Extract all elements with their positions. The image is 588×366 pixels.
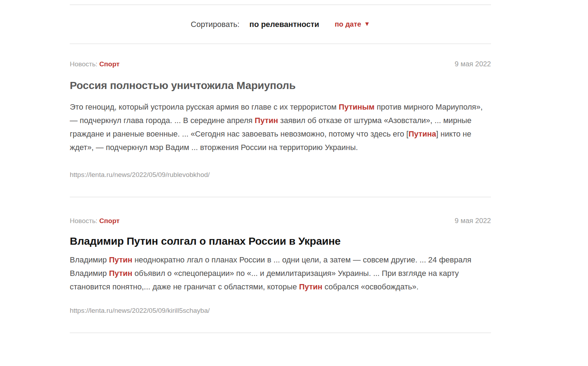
snippet-highlight: Путин	[109, 269, 132, 278]
sort-label: Сортировать:	[191, 20, 240, 29]
result-type-label: Новость:	[70, 60, 97, 68]
sort-bar: Сортировать: по релевантности по дате▼	[70, 5, 491, 44]
snippet-text: Это геноцид, который устроила русская ар…	[70, 102, 339, 111]
result-url: https://lenta.ru/news/2022/05/09/rublevo…	[70, 171, 491, 179]
result-meta-row: Новость:Спорт 9 мая 2022	[70, 216, 491, 225]
result-snippet: Владимир Путин неоднократно лгал о плана…	[70, 253, 491, 294]
result-meta: Новость:Спорт	[70, 60, 120, 68]
result-date: 9 мая 2022	[455, 216, 491, 225]
snippet-highlight: Путин	[109, 255, 132, 264]
snippet-highlight: Путина	[408, 129, 436, 138]
sort-option-date-label: по дате	[335, 20, 361, 28]
result-snippet: Это геноцид, который устроила русская ар…	[70, 100, 491, 154]
result-category-link[interactable]: Спорт	[99, 60, 119, 68]
result-meta: Новость:Спорт	[70, 217, 120, 225]
snippet-text: Владимир	[70, 255, 109, 264]
result-title-link[interactable]: Владимир Путин солгал о планах России в …	[70, 234, 491, 248]
search-result-item: Новость:Спорт 9 мая 2022 Россия полность…	[70, 44, 491, 197]
snippet-highlight: Путин	[255, 116, 278, 125]
snippet-highlight: Путин	[299, 282, 322, 291]
divider	[70, 333, 491, 333]
result-type-label: Новость:	[70, 217, 97, 224]
result-url: https://lenta.ru/news/2022/05/09/kirill5…	[70, 306, 491, 315]
result-title-link[interactable]: Россия полностью уничтожила Мариуполь	[70, 78, 491, 93]
sort-descending-icon: ▼	[364, 21, 370, 27]
result-category-link[interactable]: Спорт	[99, 217, 119, 224]
sort-option-relevance[interactable]: по релевантности	[249, 20, 319, 29]
result-meta-row: Новость:Спорт 9 мая 2022	[70, 60, 491, 68]
result-date: 9 мая 2022	[455, 60, 491, 68]
search-result-item: Новость:Спорт 9 мая 2022 Владимир Путин …	[70, 197, 491, 333]
search-results-page: Сортировать: по релевантности по дате▼ Н…	[70, 5, 491, 333]
snippet-text: собрался «освобождать».	[322, 282, 418, 291]
snippet-highlight: Путиным	[339, 102, 374, 111]
sort-option-date[interactable]: по дате▼	[335, 20, 370, 28]
